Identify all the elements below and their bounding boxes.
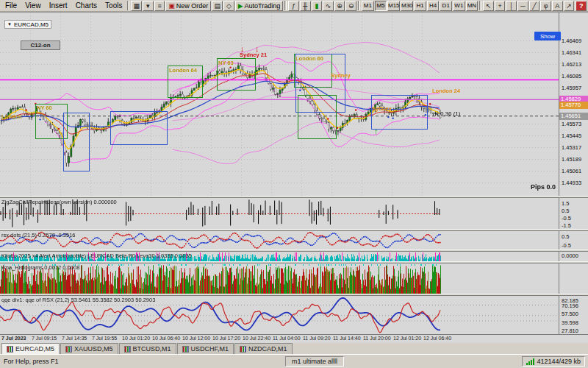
chart-thumb-icon	[65, 346, 72, 353]
pane-axis-label: 0.5	[562, 233, 569, 240]
tab-btcusd-m1[interactable]: BTCUSD,M1	[119, 343, 176, 354]
histogram-pane-canvas[interactable]	[0, 263, 559, 294]
pane-axis-label: 39.598	[562, 319, 578, 326]
dots-oscillator-pane-canvas[interactable]	[0, 231, 559, 250]
price-axis[interactable]: 1.464691.463411.462131.460851.459571.455…	[559, 13, 588, 334]
new-order-button[interactable]: ▣ New Order	[165, 1, 211, 11]
text-label-icon[interactable]: A	[552, 1, 563, 11]
timeframe-w1[interactable]: W1	[453, 1, 465, 11]
session-box[interactable]	[298, 95, 337, 139]
time-axis-label: 11 Jul 14:40	[333, 336, 361, 341]
arrows-icon[interactable]: ↗	[564, 1, 575, 11]
qqe-pane-label: qqe div1: qqe of RSX (21,2) 53.5461 55.3…	[1, 297, 155, 303]
profiles-icon[interactable]: ▾	[143, 1, 154, 11]
time-axis-label: 11 Jul 09:20	[303, 336, 331, 341]
cursor-icon[interactable]: ↖	[483, 1, 494, 11]
menu-view[interactable]: View	[21, 1, 45, 10]
menu-charts[interactable]: Charts	[72, 1, 101, 10]
indicators-icon[interactable]: ƒ	[288, 1, 299, 11]
time-axis-label: 12 Jul 01:20	[393, 336, 421, 341]
menu-insert[interactable]: Insert	[46, 1, 71, 10]
trendline-icon[interactable]: ╱	[529, 1, 540, 11]
status-connection[interactable]: 412144/429 kb	[522, 356, 585, 367]
time-axis-label: 12 Jul 06:40	[423, 336, 451, 341]
autotrading-button[interactable]: ▶ AutoTrading	[235, 1, 284, 11]
session-label: London 60	[295, 55, 323, 62]
timeframe-m1[interactable]: M1	[362, 1, 374, 11]
timeframe-h1[interactable]: H1	[414, 1, 426, 11]
crosshair-icon[interactable]: +	[495, 1, 506, 11]
zigzag-pane-label: ZigZagCallRepaintLegs(own version) 0.000…	[1, 199, 117, 205]
pane-axis-label: 27.810	[562, 328, 578, 334]
status-expert-box[interactable]: m1 ultimate allll	[285, 356, 344, 367]
chart-symbol-title[interactable]: ▼ EURCAD,M5	[4, 20, 51, 29]
session-label: London 64	[169, 67, 197, 74]
spread-note: < 0.36 (1)	[435, 110, 460, 117]
time-axis-label: 7 Jul 2023	[1, 336, 26, 341]
menu-file[interactable]: File	[1, 1, 21, 10]
time-axis-label: 7 Jul 09:15	[32, 336, 57, 341]
timeframe-mn[interactable]: MN	[466, 1, 478, 11]
price-axis-label: 1.45957	[562, 85, 581, 91]
tab-xauusd-m5[interactable]: XAUUSD,M5	[60, 343, 118, 354]
session-box[interactable]	[371, 95, 428, 130]
tab-label: BTCUSD,M1	[133, 345, 171, 353]
new-chart-icon[interactable]: ▦	[131, 1, 142, 11]
session-label: Sydney	[331, 72, 351, 79]
tab-usdchf-m1[interactable]: USDCHF,M1	[177, 343, 234, 354]
pane-splitter[interactable]	[0, 250, 588, 252]
price-axis-label: 1.45445	[562, 132, 581, 139]
session-box[interactable]	[110, 111, 168, 145]
pane-splitter[interactable]	[0, 229, 588, 231]
pane-splitter[interactable]	[0, 196, 588, 198]
pane-splitter[interactable]	[0, 294, 588, 296]
timeframe-h4[interactable]: H4	[427, 1, 440, 11]
tab-label: NZDCAD,M1	[248, 345, 287, 353]
alert-arrow-pane-label: Kijotto 2015 x4 Alert Arrow(mobile) | EU…	[1, 252, 192, 259]
chart-line-icon[interactable]: ∿	[323, 1, 334, 11]
time-axis-label: 10 Jul 17:20	[212, 336, 240, 341]
c12-indicator-button[interactable]: C12-on	[21, 40, 60, 50]
session-label: London 24	[432, 88, 460, 94]
vertical-line-icon[interactable]: │	[506, 1, 517, 11]
chart-tab-bar: EURCAD,M5 XAUUSD,M5 BTCUSD,M1 USDCHF,M1 …	[0, 342, 588, 354]
dots-pane-label: rsx dots (21,5) 0.2578 -0.3516	[1, 232, 75, 238]
session-box[interactable]	[63, 113, 90, 171]
time-axis-label: 10 Jul 06:40	[152, 336, 180, 341]
timeframe-m5[interactable]: M5	[375, 1, 387, 11]
chart-symbol-label: EURCAD,M5	[14, 21, 49, 28]
horizontal-line-icon[interactable]: ─	[517, 1, 528, 11]
time-axis-label: 10 Jul 01:20	[122, 336, 150, 341]
pane-splitter[interactable]	[0, 261, 588, 263]
time-axis-label: 7 Jul 14:35	[62, 336, 87, 341]
time-axis-label: 10 Jul 12:00	[182, 336, 210, 341]
tab-eurcad-m5[interactable]: EURCAD,M5	[1, 343, 60, 354]
market-watch-icon[interactable]: ≡	[154, 1, 165, 11]
zoom-out-icon[interactable]: ⊖	[345, 1, 356, 11]
show-button[interactable]: Show	[534, 32, 561, 40]
pane-axis-label: 0.5	[562, 208, 569, 214]
toolbar-separator	[284, 1, 287, 10]
chart-candles-icon[interactable]: ▮	[312, 1, 323, 11]
price-axis-label: 1.45061	[562, 168, 581, 174]
chart-thumb-icon	[124, 346, 131, 353]
timeframe-m15[interactable]: M15	[387, 1, 400, 11]
tab-label: USDCHF,M1	[191, 345, 229, 353]
chart-thumb-icon	[240, 346, 246, 353]
time-axis[interactable]: 7 Jul 20237 Jul 09:157 Jul 14:357 Jul 19…	[0, 334, 588, 343]
price-axis-label: 1.46469	[562, 38, 581, 44]
pane-axis-label: 70.196	[562, 302, 578, 309]
tab-label: EURCAD,M5	[15, 345, 54, 353]
timeframe-d1[interactable]: D1	[440, 1, 452, 11]
chart-bars-icon[interactable]: ╫	[300, 1, 311, 11]
timeframe-m30[interactable]: M30	[401, 1, 413, 11]
fibonacci-icon[interactable]: φ	[540, 1, 551, 11]
terminal-icon[interactable]: ▤	[212, 1, 223, 11]
metaeditor-icon[interactable]: ◇	[223, 1, 234, 11]
signal-arrow-icon: ↓	[255, 45, 259, 52]
help-icon[interactable]: ?	[576, 1, 587, 11]
menu-tools[interactable]: Tools	[101, 1, 126, 10]
tab-nzdcad-m1[interactable]: NZDCAD,M1	[234, 343, 293, 354]
zoom-in-icon[interactable]: ⊕	[334, 1, 345, 11]
toolbar: File View Insert Charts Tools ▦ ▾ ≡ ▣ Ne…	[0, 0, 588, 12]
